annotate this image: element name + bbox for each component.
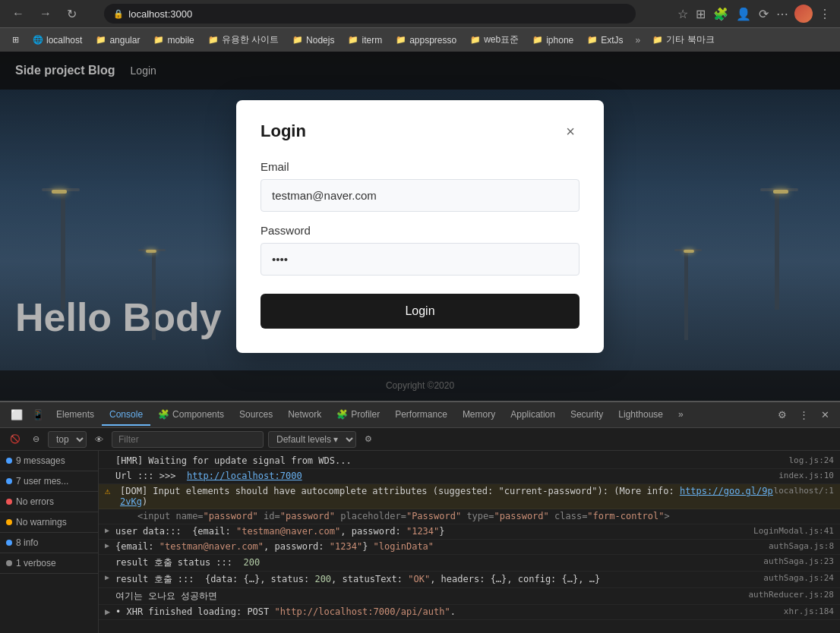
bookmark-web-standard[interactable]: 📁 web표준 (464, 31, 525, 49)
extensions-icon[interactable]: ⊞ (694, 5, 707, 23)
console-source[interactable]: authSaga.js:23 (763, 556, 834, 566)
bookmark-apps[interactable]: ⊞ (6, 33, 25, 47)
msg-group-info[interactable]: 8 info (0, 533, 98, 553)
msg-group-warnings[interactable]: No warnings (0, 512, 98, 533)
devtools-responsive-button[interactable]: 📱 (27, 406, 49, 424)
star-icon[interactable]: ☆ (676, 5, 690, 23)
address-bar[interactable]: 🔒 localhost:3000 (104, 4, 636, 24)
tab-network[interactable]: Network (280, 405, 329, 426)
tab-profiler[interactable]: 🧩Profiler (329, 405, 387, 426)
console-source[interactable]: localhost/:1 (774, 486, 834, 496)
bookmarks-more-button[interactable]: » (631, 33, 646, 48)
bookmark-label: localhost (46, 35, 82, 46)
expand-arrow[interactable]: ▶ (105, 606, 114, 617)
sync-icon[interactable]: ⟳ (757, 5, 770, 23)
refresh-button[interactable]: ↻ (62, 4, 81, 24)
devtools-close-button[interactable]: ✕ (816, 406, 834, 424)
bookmark-localhost[interactable]: 🌐 localhost (27, 33, 88, 48)
msg-count-label: No warnings (16, 517, 67, 528)
modal-title: Login (261, 121, 306, 141)
profile-avatar[interactable] (794, 5, 813, 23)
url-link[interactable]: http://localhost:7000 (187, 471, 302, 481)
expand-arrow[interactable]: ▶ (105, 541, 114, 550)
console-source[interactable]: LoginModal.js:41 (753, 526, 834, 536)
msg-group-user[interactable]: 7 user mes... (0, 471, 98, 492)
bookmark-appspresso[interactable]: 📁 appspresso (390, 33, 463, 48)
console-context-select[interactable]: top (48, 431, 87, 448)
console-message: result 호출 ::: {data: {…}, status: 200, s… (115, 573, 763, 586)
devtools-more-button[interactable]: ⋮ (794, 406, 813, 424)
back-button[interactable]: ← (8, 4, 29, 24)
msg-group-all[interactable]: 9 messages (0, 451, 98, 471)
menu-icon[interactable]: ⋮ (817, 5, 832, 23)
console-source[interactable]: authSaga.js:24 (763, 573, 834, 583)
console-source[interactable]: xhr.js:184 (784, 606, 834, 616)
tab-performance[interactable]: Performance (387, 405, 455, 426)
tab-components[interactable]: 🧩Components (150, 405, 232, 426)
msg-dot-gray (6, 560, 12, 566)
console-clear-button[interactable]: 🚫 (6, 433, 24, 446)
console-message: result 호출 status ::: 200 (115, 556, 763, 569)
devtools-settings-button[interactable]: ⚙ (773, 406, 791, 424)
apps-grid-icon: ⊞ (12, 35, 19, 45)
bookmark-angular[interactable]: 📁 angular (90, 33, 146, 48)
tab-lighthouse[interactable]: Lighthouse (611, 405, 671, 426)
password-input[interactable] (261, 243, 579, 276)
login-submit-button[interactable]: Login (261, 294, 579, 329)
console-source[interactable]: index.js:10 (778, 471, 834, 480)
tab-console[interactable]: Console (102, 405, 150, 426)
modal-header: Login × (261, 121, 579, 142)
tab-application[interactable]: Application (503, 405, 563, 426)
console-source[interactable]: authReducer.js:28 (748, 590, 834, 600)
user-icon[interactable]: 👤 (734, 5, 753, 23)
bookmark-useful-sites[interactable]: 📁 유용한 사이트 (202, 31, 285, 49)
tab-more[interactable]: » (671, 405, 691, 426)
bookmark-iphone[interactable]: 📁 iphone (526, 33, 579, 48)
bookmark-extjs[interactable]: 📁 ExtJs (581, 33, 629, 48)
console-settings-button[interactable]: ⚙ (361, 433, 376, 446)
console-toolbar: 🚫 ⊖ top 👁 Default levels ▾ ⚙ (0, 428, 840, 451)
help-link[interactable]: https://goo.gl/9p2vKg (120, 486, 773, 507)
console-source[interactable]: authSaga.js:8 (769, 541, 834, 551)
msg-group-verbose[interactable]: 1 verbose (0, 553, 98, 574)
console-line: <input name="password" id="password" pla… (99, 509, 840, 524)
folder-icon: 📁 (292, 35, 303, 45)
globe-icon: 🌐 (33, 35, 43, 45)
bookmark-iterm[interactable]: 📁 iterm (342, 33, 388, 48)
password-label: Password (261, 224, 579, 237)
msg-count-label: No errors (16, 496, 54, 507)
msg-dot-blue (6, 478, 12, 484)
tab-security[interactable]: Security (563, 405, 611, 426)
forward-button[interactable]: → (35, 4, 56, 24)
expand-arrow[interactable]: ▶ (105, 526, 114, 534)
bookmark-other[interactable]: 📁 기타 북마크 (646, 31, 720, 49)
apps-icon[interactable]: ⋯ (775, 5, 790, 23)
profiler-icon: 🧩 (336, 409, 348, 420)
folder-icon: 📁 (396, 35, 406, 45)
toolbar-icons: ☆ ⊞ 🧩 👤 ⟳ ⋯ ⋮ (676, 5, 832, 23)
console-eye-button[interactable]: 👁 (91, 433, 107, 446)
tab-sources[interactable]: Sources (232, 405, 280, 426)
puzzle-icon[interactable]: 🧩 (712, 5, 730, 23)
msg-count-label: 7 user mes... (16, 476, 68, 487)
bookmark-label: ExtJs (601, 35, 623, 46)
devtools-inspect-button[interactable]: ⬜ (6, 406, 27, 424)
warn-icon: ⚠ (105, 486, 117, 496)
messages-sidebar: 9 messages 7 user mes... No errors No wa… (0, 451, 99, 633)
bookmark-label: Nodejs (306, 35, 334, 46)
bookmark-nodejs[interactable]: 📁 Nodejs (286, 33, 340, 48)
console-level-select[interactable]: Default levels ▾ (268, 431, 356, 448)
bookmark-mobile[interactable]: 📁 mobile (147, 33, 200, 48)
console-line: Url ::: >>> http://localhost:7000 index.… (99, 469, 840, 484)
modal-close-button[interactable]: × (561, 121, 579, 142)
tab-elements[interactable]: Elements (49, 405, 102, 426)
tab-memory[interactable]: Memory (455, 405, 503, 426)
msg-count-label: 9 messages (16, 455, 65, 466)
msg-dot-blue (6, 540, 12, 546)
expand-arrow[interactable]: ▶ (105, 573, 114, 581)
console-source[interactable]: log.js:24 (788, 455, 834, 465)
msg-group-errors[interactable]: No errors (0, 492, 98, 512)
console-filter-button[interactable]: ⊖ (29, 433, 43, 446)
console-filter-input[interactable] (112, 431, 264, 448)
email-input[interactable] (261, 179, 579, 212)
